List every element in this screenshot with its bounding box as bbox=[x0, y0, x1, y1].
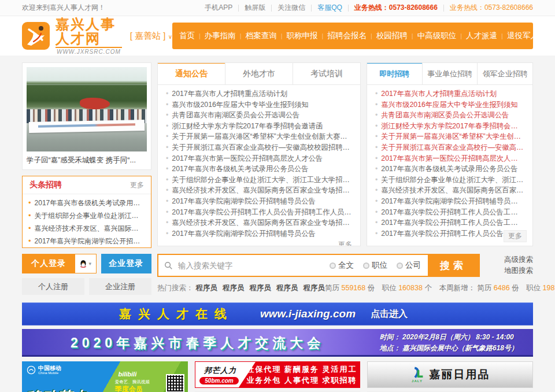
stat-part: 份 职位 bbox=[512, 284, 542, 292]
personal-register-button[interactable]: 个人注册 bbox=[22, 278, 84, 295]
nav-item[interactable]: 人才派遣 bbox=[456, 31, 497, 41]
nav-item[interactable]: 退役军人招聘 bbox=[497, 31, 554, 41]
notice-item[interactable]: 关于组织部分企事业单位赴浙江大学、浙江工业大学招聘人才的... bbox=[166, 175, 352, 186]
nav-item[interactable]: 中高级职位 bbox=[408, 31, 456, 41]
chevron-down-icon: ▾ bbox=[88, 261, 91, 267]
notice-item[interactable]: 共青团嘉兴市南湖区委员会公开选调公告 bbox=[166, 110, 352, 121]
stat-part: 160838 bbox=[398, 284, 423, 292]
radio-position[interactable]: 职位 bbox=[363, 260, 387, 271]
job-item[interactable]: 嘉兴经济技术开发区、嘉兴国际商务区百家企业专... bbox=[375, 185, 524, 196]
headline-more-link[interactable]: 更多 bbox=[130, 180, 144, 190]
jobs-box: 即时招聘 事业单位招聘 领军企业招聘 2017年嘉兴市人才招聘重点活动计划 嘉兴… bbox=[367, 62, 533, 246]
job-item[interactable]: 共青团嘉兴市南湖区委员会公开选调公告 bbox=[375, 110, 524, 121]
radio-company[interactable]: 公司 bbox=[397, 260, 421, 271]
job-item[interactable]: 关于开展第一届嘉兴港区“希望杯”大学生创业创... bbox=[375, 131, 524, 142]
tab-outside-market[interactable]: 外地才市 bbox=[225, 63, 293, 84]
banner-jiaxing-talent-online[interactable]: 嘉兴人才在线 www.i-jiaxing.com 点击进入 bbox=[22, 302, 533, 326]
ad-bangmang-hr[interactable]: 邦芒人力 50bm.com 社保代理 薪酬服务 灵活用工 业务外包 人事代理 求… bbox=[195, 361, 360, 388]
bangmang-line2: 业务外包 人事代理 求职招聘 bbox=[246, 375, 357, 386]
headline-item[interactable]: 嘉兴经济技术开发区、嘉兴国际商务... bbox=[28, 222, 145, 235]
hot-search-term[interactable]: 程序员 bbox=[304, 283, 325, 293]
headline-item[interactable]: 2017年嘉兴学院南湖学院公开招聘辅... bbox=[28, 235, 145, 247]
jobs-more-link[interactable]: 更多 bbox=[504, 230, 527, 242]
company-login-button[interactable]: 企业登录 bbox=[101, 254, 151, 273]
advanced-search-link[interactable]: 高级搜索 bbox=[504, 254, 533, 265]
tab-exam-training[interactable]: 考试培训 bbox=[293, 63, 360, 84]
notice-item[interactable]: 2017年嘉兴学院公开招聘工作人员公告开招聘工作人员公告开... bbox=[166, 207, 352, 218]
search-side-links: 高级搜索 地图搜索 bbox=[504, 254, 533, 277]
qq-login-dropdown[interactable]: ▾ bbox=[75, 254, 96, 273]
search-scope-radios: 全文 职位 公司 bbox=[330, 255, 421, 276]
job-item[interactable]: 2017年嘉兴学院公开招聘工作人员公告工作人员... bbox=[375, 207, 524, 218]
station-selector[interactable]: [ 嘉善站 ] ∨ bbox=[130, 31, 172, 42]
headline-item[interactable]: 关于组织部分企事业单位赴浙江大学... bbox=[28, 209, 145, 222]
job-item[interactable]: 2017年嘉兴市第一医院公开招聘高层次人才公告 bbox=[375, 153, 524, 164]
separator bbox=[443, 5, 444, 12]
tab-public-institution-jobs[interactable]: 事业单位招聘 bbox=[422, 63, 478, 84]
hot-search-term[interactable]: 程序员 bbox=[223, 283, 245, 293]
photo-caption[interactable]: 学子回“嘉”感受禾城蝶变 携手同“... bbox=[27, 156, 147, 165]
photo-card[interactable]: 学子回“嘉”感受禾城蝶变 携手同“... bbox=[22, 62, 151, 170]
radio-icon bbox=[397, 262, 403, 269]
photo-sculpture bbox=[80, 98, 110, 109]
hot-search-term[interactable]: 程序员 bbox=[196, 283, 218, 293]
nav-item[interactable]: 办事指南 bbox=[195, 31, 236, 41]
banner-spring-job-fair[interactable]: 2020年嘉兴市春季人才交流大会 时间： 2020年2月8日（周六） 8:30 … bbox=[22, 329, 533, 357]
radio-fulltext[interactable]: 全文 bbox=[330, 260, 354, 271]
nav-item[interactable]: 档案查询 bbox=[236, 31, 277, 41]
notice-item[interactable]: 2017年嘉兴学院南湖学院公开招聘辅导员公告 bbox=[166, 196, 352, 207]
notice-item[interactable]: 嘉兴经济技术开发区、嘉兴国际商务区百家企业专场招聘会公告 bbox=[166, 185, 352, 196]
job-item[interactable]: 2017年嘉兴学院公开招聘工作人员公告工作人员... bbox=[375, 217, 524, 228]
banner2-info: 时间： 2020年2月8日（周六） 8:30 - 14:00 地点： 嘉兴国际会… bbox=[380, 332, 518, 353]
company-register-button[interactable]: 企业注册 bbox=[89, 278, 151, 295]
notice-more-link[interactable]: 更多 bbox=[338, 241, 352, 246]
site-logo-icon[interactable] bbox=[22, 22, 50, 50]
hot-search-term[interactable]: 程序员 bbox=[276, 283, 298, 293]
link-mobile-app[interactable]: 手机APP bbox=[205, 3, 232, 13]
personal-login-button[interactable]: 个人登录 ▾ bbox=[22, 254, 97, 273]
banner1-url: www.i-jiaxing.com bbox=[260, 308, 356, 320]
ad-jaly-daily-goods[interactable]: JALY 嘉丽日用品 bbox=[367, 361, 533, 388]
search-input[interactable] bbox=[177, 261, 324, 271]
tab-leading-enterprise-jobs[interactable]: 领军企业招聘 bbox=[477, 63, 532, 84]
notice-item[interactable]: 2017年嘉兴市第一医院公开招聘高层次人才公告 bbox=[166, 153, 352, 164]
welcome-text: 欢迎来到嘉兴人事人才网！ bbox=[22, 3, 105, 13]
ad-china-mobile[interactable]: 中国移动China Mobile bilibili 爱奇艺、腾讯视频 季度会员 … bbox=[22, 361, 188, 392]
separator bbox=[271, 5, 272, 12]
notice-item[interactable]: 嘉兴市级2016年应届大中专毕业生报到须知 bbox=[166, 99, 352, 110]
map-search-link[interactable]: 地图搜索 bbox=[504, 265, 533, 276]
notice-item[interactable]: 2017年嘉兴市各级机关考试录用公务员公告 bbox=[166, 164, 352, 175]
job-item[interactable]: 2017年嘉兴市人才招聘重点活动计划 bbox=[375, 88, 524, 99]
hot-search-term[interactable]: 程序员 bbox=[250, 283, 272, 293]
nav-item[interactable]: 校园招聘 bbox=[367, 31, 408, 41]
tab-notice[interactable]: 通知公告 bbox=[158, 63, 225, 84]
search-button[interactable]: 搜索 bbox=[428, 255, 479, 276]
notice-item[interactable]: 2017年嘉兴市人才招聘重点活动计划 bbox=[166, 88, 352, 99]
notice-item[interactable]: 关于开展浙江嘉兴百家企业高校行—安徽高校校园招聘活动的通... bbox=[166, 142, 352, 153]
nav-item[interactable]: 职称申报 bbox=[277, 31, 318, 41]
job-item[interactable]: 关于组织部分企事业单位赴浙江大学、浙江工业大... bbox=[375, 175, 524, 186]
job-item[interactable]: 嘉兴市级2016年应届大中专毕业生报到须知 bbox=[375, 99, 524, 110]
tab-instant-jobs[interactable]: 即时招聘 bbox=[367, 63, 422, 84]
search-panel: 全文 职位 公司 搜索 bbox=[157, 254, 533, 293]
link-touch-version[interactable]: 触屏版 bbox=[245, 3, 265, 13]
notice-item[interactable]: 浙江财经大学东方学院2017年春季招聘会邀请函 bbox=[166, 121, 352, 132]
job-item[interactable]: 2017年嘉兴市各级机关考试录用公务员公告 bbox=[375, 164, 524, 175]
job-item[interactable]: 浙江财经大学东方学院2017年春季招聘会邀请函 bbox=[375, 121, 524, 132]
notice-item[interactable]: 嘉兴经济技术开发区、嘉兴国际商务区百家企业专场招聘会公告 bbox=[166, 217, 352, 228]
news-photo bbox=[27, 67, 147, 151]
nav-item[interactable]: 首页 bbox=[179, 31, 195, 41]
jaly-logo-icon bbox=[410, 367, 424, 379]
job-item[interactable]: 2017年嘉兴学院公开招聘工作人员公告工作... bbox=[375, 228, 524, 239]
banner2-title: 2020年嘉兴市春季人才交流大会 bbox=[71, 334, 324, 352]
job-item[interactable]: 关于开展浙江嘉兴百家企业高校行—安徽高校校园... bbox=[375, 142, 524, 153]
headline-item[interactable]: 2017年嘉兴市各级机关考试录用公务... bbox=[28, 197, 145, 209]
job-item[interactable]: 2017年嘉兴学院南湖学院公开招聘辅导员公告 bbox=[375, 196, 524, 207]
link-service-qq[interactable]: 客服QQ bbox=[317, 3, 342, 13]
notice-item[interactable]: 2017年嘉兴学院南湖学院公开招聘辅导员公告 bbox=[166, 228, 352, 239]
notice-item[interactable]: 关于开展第一届嘉兴港区“希望杯”大学生创业创新大赛的通知 bbox=[166, 131, 352, 142]
link-wechat[interactable]: 关注微信 bbox=[278, 3, 305, 13]
main-content: 学子回“嘉”感受禾城蝶变 携手同“... 头条招聘 更多 2017年嘉兴市各级机… bbox=[0, 62, 555, 392]
nav-item[interactable]: 招聘会报名 bbox=[318, 31, 367, 41]
search-bar: 全文 职位 公司 搜索 bbox=[157, 254, 480, 277]
